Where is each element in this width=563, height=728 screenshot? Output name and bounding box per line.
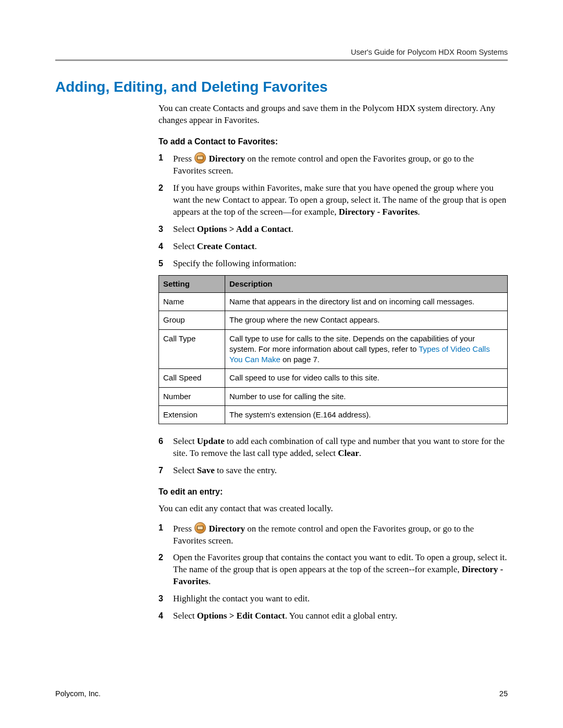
step-number: 7 — [158, 465, 173, 477]
text-span: Press — [173, 154, 194, 164]
text-bold: Update — [197, 436, 225, 446]
table-cell: Name that appears in the directory list … — [225, 293, 508, 311]
step-number: 5 — [158, 258, 173, 270]
list-item: 2 If you have groups within Favorites, m… — [158, 182, 508, 218]
text-span: Select — [173, 465, 197, 475]
table-header-row: Setting Description — [159, 275, 508, 292]
table-row: Call Type Call type to use for calls to … — [159, 329, 508, 369]
footer: Polycom, Inc. 25 — [55, 689, 508, 698]
table-row: Call Speed Call speed to use for video c… — [159, 369, 508, 387]
edit-intro: You can edit any contact that was create… — [158, 503, 508, 515]
list-item: 3 Select Options > Add a Contact. — [158, 224, 508, 236]
list-item: 4 Select Create Contact. — [158, 241, 508, 253]
footer-left: Polycom, Inc. — [55, 689, 101, 698]
step-number: 3 — [158, 593, 173, 605]
step-text: Press Directory on the remote control an… — [173, 152, 508, 177]
table-cell: Number — [159, 387, 225, 405]
text-bold: Create Contact — [197, 241, 255, 251]
step-text: Select Options > Add a Contact. — [173, 224, 508, 236]
settings-table: Setting Description Name Name that appea… — [158, 275, 508, 424]
table-cell: Group — [159, 311, 225, 329]
step-number: 1 — [158, 522, 173, 547]
table-row: Number Number to use for calling the sit… — [159, 387, 508, 405]
step-text: Select Options > Edit Contact. You canno… — [173, 610, 508, 622]
table-cell: Extension — [159, 405, 225, 424]
step-text: Select Update to add each combination of… — [173, 436, 508, 460]
list-item: 1 Press Directory on the remote control … — [158, 522, 508, 547]
text-span: . — [291, 224, 293, 234]
table-cell: Call type to use for calls to the site. … — [225, 329, 508, 369]
add-steps-continued: 6 Select Update to add each combination … — [158, 436, 508, 477]
header-rule — [55, 59, 508, 61]
text-span: Press — [173, 524, 194, 534]
directory-icon — [194, 152, 206, 164]
text-bold: Directory — [206, 154, 245, 164]
step-text: Select Create Contact. — [173, 241, 508, 253]
step-number: 6 — [158, 436, 173, 460]
section-title: Adding, Editing, and Deleting Favorites — [55, 79, 508, 95]
list-item: 2 Open the Favorites group that contains… — [158, 552, 508, 588]
list-item: 6 Select Update to add each combination … — [158, 436, 508, 460]
text-span: . — [254, 241, 256, 251]
table-header: Setting — [159, 275, 225, 292]
text-span: . You cannot edit a global entry. — [285, 611, 398, 621]
table-header: Description — [225, 275, 508, 292]
table-row: Group The group where the new Contact ap… — [159, 311, 508, 329]
text-span: on page 7. — [280, 355, 320, 364]
step-text: Open the Favorites group that contains t… — [173, 552, 508, 588]
text-span: Select — [173, 241, 197, 251]
text-span: Select — [173, 436, 197, 446]
table-cell: Call speed to use for video calls to thi… — [225, 369, 508, 387]
text-span: Select — [173, 224, 197, 234]
step-number: 2 — [158, 552, 173, 588]
text-bold: Save — [197, 465, 215, 475]
step-number: 1 — [158, 152, 173, 177]
list-item: 4 Select Options > Edit Contact. You can… — [158, 610, 508, 622]
list-item: 3 Highlight the contact you want to edit… — [158, 593, 508, 605]
step-number: 2 — [158, 182, 173, 218]
text-span: Open the Favorites group that contains t… — [173, 552, 507, 574]
table-cell: Call Type — [159, 329, 225, 369]
intro-paragraph: You can create Contacts and groups and s… — [158, 103, 508, 127]
step-text: Specify the following information: — [173, 258, 508, 270]
table-cell: The group where the new Contact appears. — [225, 311, 508, 329]
running-head: User's Guide for Polycom HDX Room System… — [55, 48, 508, 56]
page-number: 25 — [499, 689, 508, 698]
table-cell: Call Speed — [159, 369, 225, 387]
page: User's Guide for Polycom HDX Room System… — [0, 0, 563, 728]
table-cell: Name — [159, 293, 225, 311]
add-steps: 1 Press Directory on the remote control … — [158, 152, 508, 270]
text-span: to save the entry. — [215, 465, 277, 475]
step-text: Select Save to save the entry. — [173, 465, 508, 477]
table-cell: Number to use for calling the site. — [225, 387, 508, 405]
text-bold: Directory - Favorites — [339, 207, 418, 217]
step-number: 4 — [158, 610, 173, 622]
text-span: Select — [173, 611, 197, 621]
text-bold: Clear — [338, 448, 359, 458]
text-span: . — [209, 576, 211, 586]
step-number: 3 — [158, 224, 173, 236]
directory-icon — [194, 522, 206, 534]
text-bold: Options > Add a Contact — [197, 224, 291, 234]
table-row: Extension The system's extension (E.164 … — [159, 405, 508, 424]
step-number: 4 — [158, 241, 173, 253]
list-item: 7 Select Save to save the entry. — [158, 465, 508, 477]
step-text: If you have groups within Favorites, mak… — [173, 182, 508, 218]
step-text: Press Directory on the remote control an… — [173, 522, 508, 547]
text-bold: Directory — [206, 524, 245, 534]
body-column: You can create Contacts and groups and s… — [158, 103, 508, 622]
subhead-add: To add a Contact to Favorites: — [158, 136, 508, 147]
list-item: 5 Specify the following information: — [158, 258, 508, 270]
step-text: Highlight the contact you want to edit. — [173, 593, 508, 605]
text-span: . — [359, 448, 361, 458]
edit-steps: 1 Press Directory on the remote control … — [158, 522, 508, 623]
text-span: . — [418, 207, 420, 217]
table-row: Name Name that appears in the directory … — [159, 293, 508, 311]
subhead-edit: To edit an entry: — [158, 486, 508, 498]
text-bold: Options > Edit Contact — [197, 611, 285, 621]
table-cell: The system's extension (E.164 address). — [225, 405, 508, 424]
list-item: 1 Press Directory on the remote control … — [158, 152, 508, 177]
